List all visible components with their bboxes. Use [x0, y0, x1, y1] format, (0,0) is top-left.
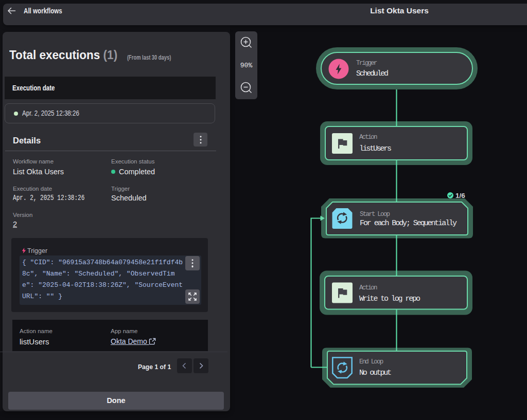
svg-text:Scheduled: Scheduled [356, 69, 389, 78]
svg-text:No output: No output [359, 369, 392, 377]
svg-text:End Loop: End Loop [359, 358, 383, 366]
svg-text:Action: Action [359, 284, 377, 291]
svg-text:For each Body; Sequentially: For each Body; Sequentially [360, 219, 457, 228]
svg-text:Action: Action [359, 134, 377, 141]
svg-text:listUsers: listUsers [359, 144, 392, 153]
svg-text:Start Loop: Start Loop [360, 211, 390, 218]
svg-text:Write to log repo: Write to log repo [359, 295, 420, 303]
svg-text:Trigger: Trigger [356, 60, 377, 67]
svg-text:1/6: 1/6 [455, 192, 465, 199]
